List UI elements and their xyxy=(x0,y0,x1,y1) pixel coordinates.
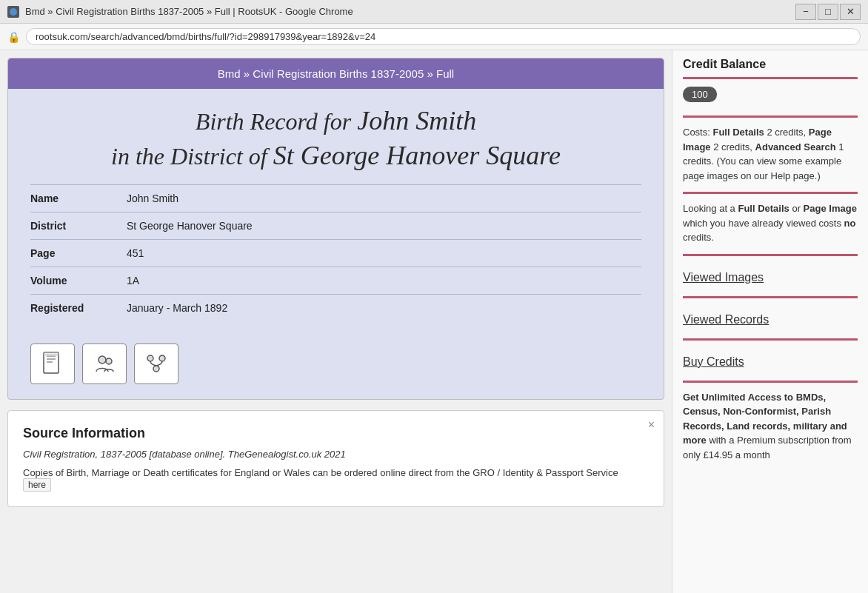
record-fields: Name John Smith District St George Hanov… xyxy=(8,184,664,336)
minimize-button[interactable]: − xyxy=(795,4,816,20)
field-page: Page 451 xyxy=(30,239,641,267)
premium-section: Get Unlimited Access to BMDs, Census, No… xyxy=(683,381,858,463)
viewed-text-4: credits. xyxy=(683,232,714,243)
field-district: District St George Hanover Square xyxy=(30,212,641,239)
maximize-button[interactable]: □ xyxy=(818,4,838,20)
details-button[interactable] xyxy=(82,344,127,384)
viewed-text-2: or xyxy=(789,203,804,214)
credit-amount-badge: 100 xyxy=(683,87,717,102)
viewed-text-1: Looking at a xyxy=(683,203,738,214)
field-label-page: Page xyxy=(30,247,127,259)
close-button[interactable]: ✕ xyxy=(840,4,861,20)
source-title: Source Information xyxy=(23,426,649,441)
source-description: Copies of Birth, Marriage or Death certi… xyxy=(23,467,649,492)
main-wrapper: Bmd » Civil Registration Births 1837-200… xyxy=(0,50,868,593)
viewed-info-divider xyxy=(683,192,858,194)
record-card: Bmd » Civil Registration Births 1837-200… xyxy=(7,58,664,400)
svg-point-0 xyxy=(10,8,17,16)
page-image-button[interactable] xyxy=(30,344,75,384)
svg-point-9 xyxy=(147,355,153,361)
field-value-page: 451 xyxy=(127,247,144,259)
field-value-registered: January - March 1892 xyxy=(127,302,227,314)
field-name: Name John Smith xyxy=(30,184,641,212)
field-value-district: St George Hanover Square xyxy=(127,220,253,232)
buy-credits-section: Buy Credits xyxy=(683,338,858,376)
viewed-text-3: which you have already viewed costs xyxy=(683,218,844,229)
svg-rect-3 xyxy=(47,358,56,360)
address-bar: 🔒 rootsuk.com/search/advanced/bmd/births… xyxy=(0,24,868,50)
field-label-name: Name xyxy=(30,192,127,204)
source-citation: Civil Registration, 1837-2005 [database … xyxy=(23,449,649,460)
field-registered: Registered January - March 1892 xyxy=(30,294,641,321)
browser-icon xyxy=(7,6,19,18)
svg-rect-5 xyxy=(44,352,59,356)
costs-section: Costs: Full Details 2 credits, Page Imag… xyxy=(683,115,858,183)
field-label-volume: Volume xyxy=(30,275,127,287)
record-title-area: Birth Record for John Smith in the Distr… xyxy=(8,89,664,184)
viewed-images-section: Viewed Images xyxy=(683,254,858,292)
svg-point-8 xyxy=(106,358,112,364)
source-description-text: Copies of Birth, Marriage or Death certi… xyxy=(23,467,618,478)
window-controls: − □ ✕ xyxy=(795,4,861,20)
content-area: Bmd » Civil Registration Births 1837-200… xyxy=(0,50,672,593)
title-bar-text: Bmd » Civil Registration Births 1837-200… xyxy=(25,6,353,17)
record-title: Birth Record for John Smith in the Distr… xyxy=(30,104,641,173)
premium-text-2: with a Premium subscription from only £1… xyxy=(683,435,852,460)
source-close-button[interactable]: × xyxy=(648,418,655,432)
viewed-no-label: no xyxy=(844,218,856,229)
record-title-line2: in the District of St George Hanover Squ… xyxy=(111,143,561,170)
action-buttons xyxy=(8,336,664,399)
viewed-page-image-label: Page Image xyxy=(804,203,857,214)
here-link[interactable]: here xyxy=(23,478,51,492)
field-label-district: District xyxy=(30,220,127,232)
svg-point-11 xyxy=(153,366,159,372)
costs-divider xyxy=(683,115,858,118)
svg-rect-4 xyxy=(47,361,53,363)
url-field[interactable]: rootsuk.com/search/advanced/bmd/births/f… xyxy=(26,28,861,45)
field-volume: Volume 1A xyxy=(30,267,641,294)
title-bar: Bmd » Civil Registration Births 1837-200… xyxy=(0,0,868,24)
costs-text-2: 2 credits, xyxy=(764,127,809,138)
buy-credits-link[interactable]: Buy Credits xyxy=(683,348,858,376)
costs-advanced-search-label: Advanced Search xyxy=(755,141,836,153)
breadcrumb-text: Bmd » Civil Registration Births 1837-200… xyxy=(218,67,454,80)
viewed-images-link[interactable]: Viewed Images xyxy=(683,264,858,292)
credit-balance-divider xyxy=(683,77,858,79)
field-value-name: John Smith xyxy=(127,192,178,204)
source-card: × Source Information Civil Registration,… xyxy=(7,410,664,507)
costs-text-1: Costs: xyxy=(683,127,712,138)
viewed-info-section: Looking at a Full Details or Page Image … xyxy=(683,192,858,245)
field-label-registered: Registered xyxy=(30,302,127,314)
credit-balance-title: Credit Balance xyxy=(683,58,858,71)
viewed-records-section: Viewed Records xyxy=(683,296,858,334)
svg-point-7 xyxy=(99,356,106,363)
svg-point-10 xyxy=(159,355,165,361)
costs-full-details-label: Full Details xyxy=(712,127,764,138)
field-value-volume: 1A xyxy=(127,275,139,287)
viewed-full-details-label: Full Details xyxy=(738,203,789,214)
viewed-records-divider xyxy=(683,296,858,298)
sidebar: Credit Balance 100 Costs: Full Details 2… xyxy=(672,50,868,593)
record-title-line1: Birth Record for John Smith xyxy=(196,108,476,135)
viewed-images-divider xyxy=(683,254,858,256)
buy-credits-divider xyxy=(683,338,858,341)
lock-icon: 🔒 xyxy=(7,31,20,43)
relatives-button[interactable] xyxy=(134,344,178,384)
costs-text-3: 2 credits, xyxy=(711,141,755,153)
credit-balance-section: Credit Balance 100 xyxy=(683,58,858,111)
viewed-records-link[interactable]: Viewed Records xyxy=(683,306,858,334)
breadcrumb-banner: Bmd » Civil Registration Births 1837-200… xyxy=(8,58,664,89)
premium-divider xyxy=(683,381,858,383)
